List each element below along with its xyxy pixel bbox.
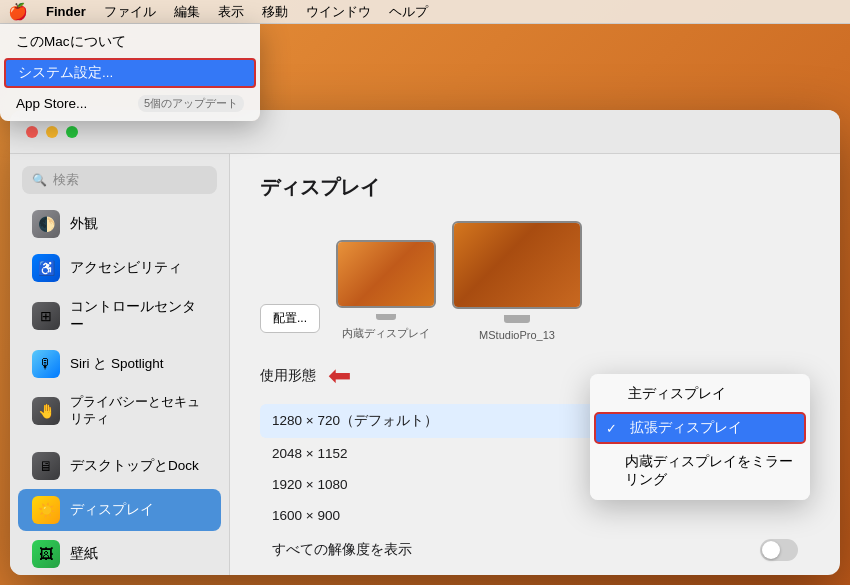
- monitor2-stand: [504, 315, 530, 323]
- appstore-label: App Store...: [16, 96, 87, 111]
- window-content: 🔍 検索 🌓 外観 ♿ アクセシビリティ ⊞ コントロールセ: [10, 154, 840, 575]
- sidebar: 🔍 検索 🌓 外観 ♿ アクセシビリティ ⊞ コントロールセ: [10, 154, 230, 575]
- arrange-area: 配置...: [260, 304, 320, 341]
- apple-menu-about[interactable]: このMacについて: [0, 28, 260, 56]
- check-extended: ✓: [606, 421, 622, 436]
- sidebar-label-appearance: 外観: [70, 215, 98, 233]
- usage-label: 使用形態: [260, 367, 316, 385]
- context-menu: 主ディスプレイ ✓ 拡張ディスプレイ 内蔵ディスプレイをミラーリング: [590, 374, 810, 500]
- show-all-label: すべての解像度を表示: [272, 541, 412, 559]
- menubar-file[interactable]: ファイル: [104, 3, 156, 21]
- sidebar-item-control-center[interactable]: ⊞ コントロールセンター: [18, 291, 221, 341]
- menubar-help[interactable]: ヘルプ: [389, 3, 428, 21]
- wallpaper-icon: 🖼: [32, 540, 60, 568]
- arrange-button[interactable]: 配置...: [260, 304, 320, 333]
- sidebar-label-privacy: プライバシーとセキュリティ: [70, 394, 207, 428]
- menubar-view[interactable]: 表示: [218, 3, 244, 21]
- traffic-lights: [26, 126, 78, 138]
- apple-menu-trigger[interactable]: 🍎: [8, 2, 28, 21]
- toggle-knob: [762, 541, 780, 559]
- arrow-icon: ⬅: [328, 359, 351, 392]
- syspref-window: 🔍 検索 🌓 外観 ♿ アクセシビリティ ⊞ コントロールセ: [10, 110, 840, 575]
- sidebar-label-accessibility: アクセシビリティ: [70, 259, 182, 277]
- monitor2-container: MStudioPro_13: [452, 221, 582, 341]
- display-icon: ☀️: [32, 496, 60, 524]
- context-menu-item-extended[interactable]: ✓ 拡張ディスプレイ: [594, 412, 806, 444]
- sidebar-item-wallpaper[interactable]: 🖼 壁紙: [18, 533, 221, 575]
- monitor1-screen: [338, 242, 434, 306]
- monitor1-label: 内蔵ディスプレイ: [342, 326, 430, 341]
- menubar-go[interactable]: 移動: [262, 3, 288, 21]
- search-bar[interactable]: 🔍 検索: [22, 166, 217, 194]
- desktop-icon: 🖥: [32, 452, 60, 480]
- siri-icon: 🎙: [32, 350, 60, 378]
- show-all-toggle[interactable]: [760, 539, 798, 561]
- menubar-edit[interactable]: 編集: [174, 3, 200, 21]
- maximize-button[interactable]: [66, 126, 78, 138]
- privacy-icon: 🤚: [32, 397, 60, 425]
- menubar: 🍎 Finder ファイル 編集 表示 移動 ウインドウ ヘルプ: [0, 0, 850, 24]
- sidebar-label-wallpaper: 壁紙: [70, 545, 98, 563]
- apple-menu-system-prefs[interactable]: システム設定...: [4, 58, 256, 88]
- context-label-extended: 拡張ディスプレイ: [630, 419, 742, 437]
- minimize-button[interactable]: [46, 126, 58, 138]
- sidebar-label-control-center: コントロールセンター: [70, 298, 207, 334]
- sidebar-item-appearance[interactable]: 🌓 外観: [18, 203, 221, 245]
- monitor2-frame: [452, 221, 582, 309]
- control-center-icon: ⊞: [32, 302, 60, 330]
- monitors-row: 配置... 内蔵ディスプレイ MStudioPro_13: [260, 221, 810, 341]
- monitor2-screen: [454, 223, 580, 307]
- close-button[interactable]: [26, 126, 38, 138]
- monitor2-label: MStudioPro_13: [479, 329, 555, 341]
- sidebar-item-display[interactable]: ☀️ ディスプレイ: [18, 489, 221, 531]
- monitor1-frame: [336, 240, 436, 308]
- appstore-badge: 5個のアップデート: [138, 95, 244, 112]
- context-menu-item-main[interactable]: 主ディスプレイ: [590, 378, 810, 410]
- search-icon: 🔍: [32, 173, 47, 187]
- resolution-item-3[interactable]: 1600 × 900: [260, 500, 810, 531]
- context-label-mirror: 内蔵ディスプレイをミラーリング: [625, 453, 796, 489]
- context-menu-item-mirror[interactable]: 内蔵ディスプレイをミラーリング: [590, 446, 810, 496]
- sidebar-item-accessibility[interactable]: ♿ アクセシビリティ: [18, 247, 221, 289]
- sidebar-label-desktop: デスクトップとDock: [70, 457, 199, 475]
- main-content: ディスプレイ 配置... 内蔵ディスプレイ: [230, 154, 840, 575]
- sidebar-label-siri: Siri と Spotlight: [70, 355, 164, 373]
- search-placeholder: 検索: [53, 171, 79, 189]
- accessibility-icon: ♿: [32, 254, 60, 282]
- apple-dropdown: このMacについて システム設定... App Store... 5個のアップデ…: [0, 24, 260, 121]
- context-label-main: 主ディスプレイ: [628, 385, 726, 403]
- monitor1-stand: [376, 314, 396, 320]
- show-all-row: すべての解像度を表示: [260, 531, 810, 569]
- sidebar-item-siri[interactable]: 🎙 Siri と Spotlight: [18, 343, 221, 385]
- apple-menu-appstore[interactable]: App Store... 5個のアップデート: [0, 90, 260, 117]
- appearance-icon: 🌓: [32, 210, 60, 238]
- page-title: ディスプレイ: [260, 174, 810, 201]
- sidebar-item-desktop[interactable]: 🖥 デスクトップとDock: [18, 445, 221, 487]
- sidebar-item-privacy[interactable]: 🤚 プライバシーとセキュリティ: [18, 387, 221, 435]
- sidebar-label-display: ディスプレイ: [70, 501, 154, 519]
- monitor1-container: 内蔵ディスプレイ: [336, 240, 436, 341]
- menubar-finder[interactable]: Finder: [46, 4, 86, 19]
- menubar-window[interactable]: ウインドウ: [306, 3, 371, 21]
